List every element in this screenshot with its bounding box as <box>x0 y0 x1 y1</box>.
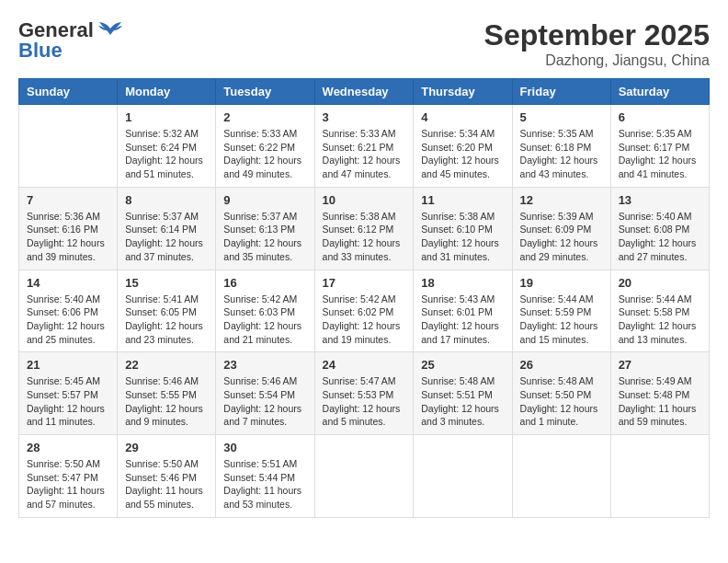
table-row <box>314 435 414 518</box>
table-row <box>610 435 709 518</box>
day-number: 28 <box>27 441 109 454</box>
day-number: 23 <box>223 358 306 372</box>
table-row: 18Sunrise: 5:43 AMSunset: 6:01 PMDayligh… <box>414 270 512 352</box>
table-row: 7Sunrise: 5:36 AMSunset: 6:16 PMDaylight… <box>19 187 118 270</box>
day-info: Sunrise: 5:41 AMSunset: 6:05 PMDaylight:… <box>125 293 208 347</box>
table-row: 9Sunrise: 5:37 AMSunset: 6:13 PMDaylight… <box>216 187 314 270</box>
day-info: Sunrise: 5:38 AMSunset: 6:12 PMDaylight:… <box>323 210 406 264</box>
table-row: 3Sunrise: 5:33 AMSunset: 6:21 PMDaylight… <box>314 105 414 188</box>
day-number: 8 <box>125 193 208 207</box>
day-number: 17 <box>323 276 406 290</box>
day-number: 2 <box>223 110 306 124</box>
day-info: Sunrise: 5:48 AMSunset: 5:50 PMDaylight:… <box>520 374 603 429</box>
day-number: 5 <box>520 110 603 124</box>
day-number: 18 <box>421 276 504 290</box>
table-row: 11Sunrise: 5:38 AMSunset: 6:10 PMDayligh… <box>414 187 512 270</box>
day-info: Sunrise: 5:46 AMSunset: 5:55 PMDaylight:… <box>125 374 208 429</box>
table-row: 23Sunrise: 5:46 AMSunset: 5:54 PMDayligh… <box>216 352 314 435</box>
table-row: 20Sunrise: 5:44 AMSunset: 5:58 PMDayligh… <box>610 270 709 352</box>
day-info: Sunrise: 5:50 AMSunset: 5:47 PMDaylight:… <box>27 457 109 511</box>
header-tuesday: Tuesday <box>216 79 314 105</box>
day-info: Sunrise: 5:33 AMSunset: 6:21 PMDaylight:… <box>323 127 406 181</box>
day-info: Sunrise: 5:51 AMSunset: 5:44 PMDaylight:… <box>223 457 306 511</box>
day-number: 21 <box>27 358 109 372</box>
day-number: 27 <box>619 358 701 372</box>
day-number: 11 <box>421 193 504 207</box>
table-row: 5Sunrise: 5:35 AMSunset: 6:18 PMDaylight… <box>512 105 610 188</box>
day-number: 26 <box>520 358 603 372</box>
day-info: Sunrise: 5:33 AMSunset: 6:22 PMDaylight:… <box>223 127 306 181</box>
day-number: 12 <box>520 193 603 207</box>
day-number: 9 <box>223 193 306 207</box>
day-number: 25 <box>421 358 504 372</box>
table-row: 28Sunrise: 5:50 AMSunset: 5:47 PMDayligh… <box>19 435 118 518</box>
table-row: 17Sunrise: 5:42 AMSunset: 6:02 PMDayligh… <box>314 270 414 352</box>
page-header: General Blue September 2025 Dazhong, Jia… <box>18 18 710 69</box>
day-number: 13 <box>619 193 701 207</box>
table-row: 6Sunrise: 5:35 AMSunset: 6:17 PMDaylight… <box>610 105 709 188</box>
day-number: 1 <box>125 110 208 124</box>
table-row: 27Sunrise: 5:49 AMSunset: 5:48 PMDayligh… <box>610 352 709 435</box>
table-row <box>19 105 118 188</box>
table-row: 2Sunrise: 5:33 AMSunset: 6:22 PMDaylight… <box>216 105 314 188</box>
day-info: Sunrise: 5:46 AMSunset: 5:54 PMDaylight:… <box>223 374 306 429</box>
table-row: 14Sunrise: 5:40 AMSunset: 6:06 PMDayligh… <box>19 270 118 352</box>
table-row: 26Sunrise: 5:48 AMSunset: 5:50 PMDayligh… <box>512 352 610 435</box>
table-row: 30Sunrise: 5:51 AMSunset: 5:44 PMDayligh… <box>216 435 314 518</box>
header-friday: Friday <box>512 79 610 105</box>
day-number: 24 <box>323 358 406 372</box>
day-number: 3 <box>323 110 406 124</box>
header-monday: Monday <box>118 79 216 105</box>
day-info: Sunrise: 5:40 AMSunset: 6:08 PMDaylight:… <box>619 210 701 264</box>
title-area: September 2025 Dazhong, Jiangsu, China <box>484 18 710 69</box>
table-row: 13Sunrise: 5:40 AMSunset: 6:08 PMDayligh… <box>610 187 709 270</box>
table-row: 24Sunrise: 5:47 AMSunset: 5:53 PMDayligh… <box>314 352 414 435</box>
day-info: Sunrise: 5:45 AMSunset: 5:57 PMDaylight:… <box>27 374 109 429</box>
calendar-week-row: 7Sunrise: 5:36 AMSunset: 6:16 PMDaylight… <box>19 187 710 270</box>
table-row: 1Sunrise: 5:32 AMSunset: 6:24 PMDaylight… <box>118 105 216 188</box>
day-info: Sunrise: 5:43 AMSunset: 6:01 PMDaylight:… <box>421 293 504 347</box>
day-info: Sunrise: 5:39 AMSunset: 6:09 PMDaylight:… <box>520 210 603 264</box>
calendar-table: Sunday Monday Tuesday Wednesday Thursday… <box>18 78 710 518</box>
day-number: 15 <box>125 276 208 290</box>
logo-bird-icon <box>97 21 123 40</box>
header-thursday: Thursday <box>414 79 512 105</box>
day-info: Sunrise: 5:34 AMSunset: 6:20 PMDaylight:… <box>421 127 504 181</box>
day-number: 6 <box>619 110 701 124</box>
day-number: 29 <box>125 441 208 454</box>
calendar-week-row: 1Sunrise: 5:32 AMSunset: 6:24 PMDaylight… <box>19 105 710 188</box>
day-number: 22 <box>125 358 208 372</box>
table-row: 10Sunrise: 5:38 AMSunset: 6:12 PMDayligh… <box>314 187 414 270</box>
day-info: Sunrise: 5:40 AMSunset: 6:06 PMDaylight:… <box>27 293 109 347</box>
calendar-week-row: 21Sunrise: 5:45 AMSunset: 5:57 PMDayligh… <box>19 352 710 435</box>
day-info: Sunrise: 5:37 AMSunset: 6:14 PMDaylight:… <box>125 210 208 264</box>
day-info: Sunrise: 5:48 AMSunset: 5:51 PMDaylight:… <box>421 374 504 429</box>
logo-blue: Blue <box>18 39 63 63</box>
header-wednesday: Wednesday <box>314 79 414 105</box>
header-sunday: Sunday <box>19 79 118 105</box>
day-info: Sunrise: 5:35 AMSunset: 6:17 PMDaylight:… <box>619 127 701 181</box>
day-info: Sunrise: 5:49 AMSunset: 5:48 PMDaylight:… <box>619 374 701 429</box>
table-row: 8Sunrise: 5:37 AMSunset: 6:14 PMDaylight… <box>118 187 216 270</box>
table-row: 29Sunrise: 5:50 AMSunset: 5:46 PMDayligh… <box>118 435 216 518</box>
calendar-week-row: 14Sunrise: 5:40 AMSunset: 6:06 PMDayligh… <box>19 270 710 352</box>
day-info: Sunrise: 5:47 AMSunset: 5:53 PMDaylight:… <box>323 374 406 429</box>
table-row <box>414 435 512 518</box>
day-number: 20 <box>619 276 701 290</box>
table-row: 12Sunrise: 5:39 AMSunset: 6:09 PMDayligh… <box>512 187 610 270</box>
day-number: 10 <box>323 193 406 207</box>
day-info: Sunrise: 5:44 AMSunset: 5:59 PMDaylight:… <box>520 293 603 347</box>
day-info: Sunrise: 5:44 AMSunset: 5:58 PMDaylight:… <box>619 293 701 347</box>
day-number: 19 <box>520 276 603 290</box>
logo: General Blue <box>18 18 123 63</box>
day-number: 4 <box>421 110 504 124</box>
day-info: Sunrise: 5:38 AMSunset: 6:10 PMDaylight:… <box>421 210 504 264</box>
table-row: 25Sunrise: 5:48 AMSunset: 5:51 PMDayligh… <box>414 352 512 435</box>
calendar-header-row: Sunday Monday Tuesday Wednesday Thursday… <box>19 79 710 105</box>
day-info: Sunrise: 5:50 AMSunset: 5:46 PMDaylight:… <box>125 457 208 511</box>
month-title: September 2025 <box>484 18 710 52</box>
day-info: Sunrise: 5:35 AMSunset: 6:18 PMDaylight:… <box>520 127 603 181</box>
table-row: 21Sunrise: 5:45 AMSunset: 5:57 PMDayligh… <box>19 352 118 435</box>
day-info: Sunrise: 5:37 AMSunset: 6:13 PMDaylight:… <box>223 210 306 264</box>
day-number: 7 <box>27 193 109 207</box>
